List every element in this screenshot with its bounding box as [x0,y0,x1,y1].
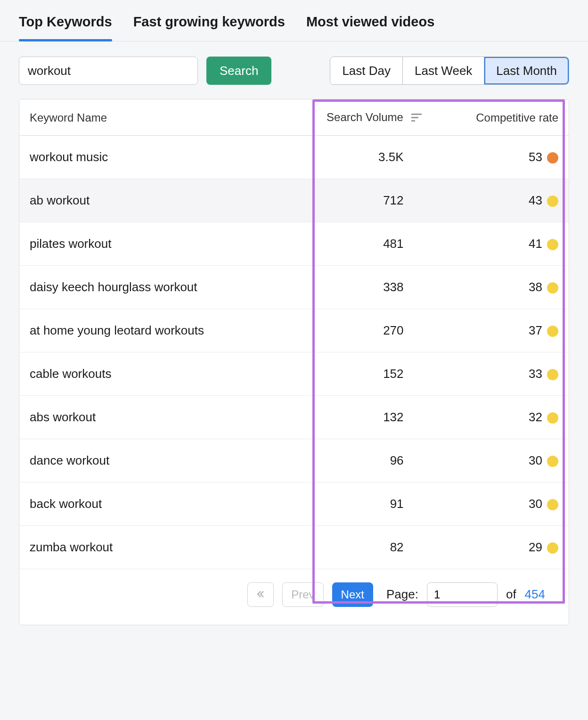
table-row[interactable]: daisy keech hourglass workout33838 [19,265,569,309]
cell-volume: 270 [278,309,432,352]
competitive-rate-value: 30 [529,453,542,467]
table-row[interactable]: pilates workout48141 [19,222,569,265]
col-keyword-name[interactable]: Keyword Name [19,99,278,135]
tab-top-keywords[interactable]: Top Keywords [19,14,112,41]
svg-rect-2 [411,120,415,122]
col-search-volume-label: Search Volume [327,111,403,123]
page-input[interactable] [427,582,498,607]
cell-volume: 82 [278,525,432,569]
cell-keyword: cable workouts [19,352,278,395]
competitive-rate-dot [547,326,558,337]
competitive-rate-dot [547,282,558,294]
competitive-rate-dot [547,542,558,554]
keywords-table: Keyword Name Search Volume Competitive r… [19,99,569,569]
search-group: Search [19,57,271,85]
cell-keyword: ab workout [19,179,278,222]
page-label: Page: [386,587,418,602]
competitive-rate-dot [547,412,558,424]
cell-keyword: back workout [19,482,278,525]
cell-volume: 132 [278,395,432,439]
cell-competitive-rate: 32 [432,395,569,439]
cell-keyword: workout music [19,135,278,179]
competitive-rate-value: 38 [529,280,542,294]
col-competitive-rate[interactable]: Competitive rate [432,99,569,135]
pagination-first-button[interactable] [247,582,274,607]
controls-bar: Search Last Day Last Week Last Month [0,41,588,99]
tabs-bar: Top Keywords Fast growing keywords Most … [0,0,588,41]
cell-volume: 96 [278,439,432,482]
cell-competitive-rate: 41 [432,222,569,265]
table-row[interactable]: workout music3.5K53 [19,135,569,179]
tab-fast-growing[interactable]: Fast growing keywords [133,14,285,41]
keywords-table-wrap: Keyword Name Search Volume Competitive r… [19,99,569,625]
app-container: Top Keywords Fast growing keywords Most … [0,0,588,625]
cell-competitive-rate: 43 [432,179,569,222]
cell-volume: 152 [278,352,432,395]
table-row[interactable]: back workout9130 [19,482,569,525]
cell-keyword: dance workout [19,439,278,482]
cell-competitive-rate: 30 [432,439,569,482]
cell-keyword: daisy keech hourglass workout [19,265,278,309]
table-row[interactable]: at home young leotard workouts27037 [19,309,569,352]
tab-most-viewed[interactable]: Most viewed videos [306,14,434,41]
cell-competitive-rate: 30 [432,482,569,525]
competitive-rate-value: 53 [529,150,542,164]
competitive-rate-dot [547,499,558,510]
search-input[interactable] [19,57,198,85]
period-last-week[interactable]: Last Week [403,57,484,84]
period-toggle: Last Day Last Week Last Month [330,57,569,85]
cell-competitive-rate: 37 [432,309,569,352]
competitive-rate-dot [547,369,558,380]
competitive-rate-value: 43 [529,193,542,207]
competitive-rate-value: 41 [529,237,542,251]
cell-volume: 712 [278,179,432,222]
chevron-double-left-icon [256,590,265,598]
col-search-volume[interactable]: Search Volume [278,99,432,135]
competitive-rate-value: 30 [529,497,542,511]
cell-competitive-rate: 38 [432,265,569,309]
competitive-rate-dot [547,239,558,250]
competitive-rate-value: 33 [529,367,542,381]
period-last-day[interactable]: Last Day [330,57,403,84]
competitive-rate-dot [547,456,558,467]
table-row[interactable]: cable workouts15233 [19,352,569,395]
pagination: Prev Next Page: of 454 [19,569,569,611]
cell-competitive-rate: 53 [432,135,569,179]
table-row[interactable]: ab workout71243 [19,179,569,222]
cell-keyword: pilates workout [19,222,278,265]
period-last-month[interactable]: Last Month [484,57,569,84]
pagination-next-button[interactable]: Next [332,582,373,607]
cell-competitive-rate: 33 [432,352,569,395]
page-of-label: of [506,587,516,602]
table-row[interactable]: abs workout13232 [19,395,569,439]
cell-volume: 481 [278,222,432,265]
competitive-rate-dot [547,152,558,164]
cell-volume: 91 [278,482,432,525]
sort-icon [411,112,422,125]
cell-volume: 3.5K [278,135,432,179]
svg-rect-0 [411,114,422,115]
search-button[interactable]: Search [206,57,271,85]
competitive-rate-value: 32 [529,410,542,424]
pagination-prev-button[interactable]: Prev [282,582,323,607]
cell-volume: 338 [278,265,432,309]
page-total[interactable]: 454 [525,587,545,602]
cell-keyword: at home young leotard workouts [19,309,278,352]
competitive-rate-value: 29 [529,540,542,554]
competitive-rate-dot [547,196,558,207]
table-header-row: Keyword Name Search Volume Competitive r… [19,99,569,135]
table-row[interactable]: zumba workout8229 [19,525,569,569]
cell-competitive-rate: 29 [432,525,569,569]
cell-keyword: abs workout [19,395,278,439]
cell-keyword: zumba workout [19,525,278,569]
table-row[interactable]: dance workout9630 [19,439,569,482]
svg-rect-1 [411,117,418,118]
competitive-rate-value: 37 [529,323,542,337]
